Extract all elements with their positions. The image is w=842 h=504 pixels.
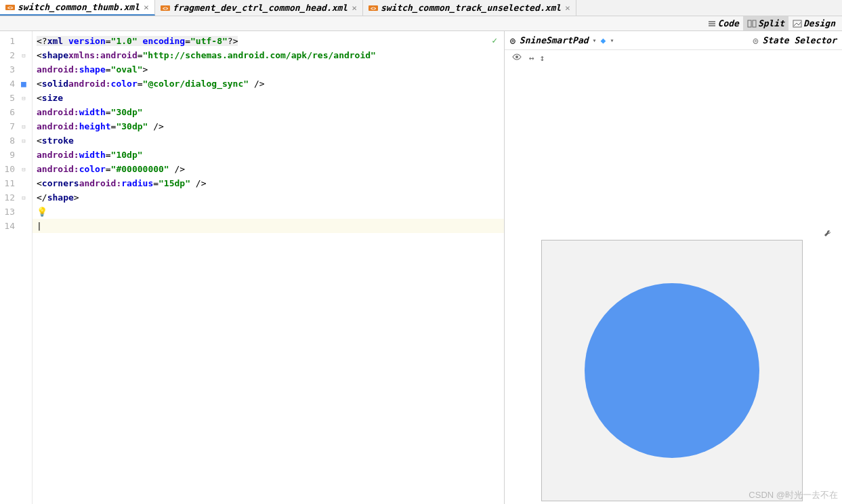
drawable-preview-shape — [585, 283, 759, 458]
xml-file-icon: <> — [369, 4, 378, 12]
line-number: 10 — [0, 164, 19, 174]
line-number: 1 — [0, 36, 19, 46]
close-icon[interactable]: × — [565, 3, 570, 13]
toggle-visibility-icon[interactable] — [511, 52, 522, 64]
line-number: 4 — [0, 79, 19, 89]
chevron-down-icon[interactable]: ▾ — [593, 37, 597, 44]
fold-icon[interactable]: ⊟ — [19, 123, 28, 130]
line-number: 11 — [0, 178, 19, 188]
line-number: 14 — [0, 221, 19, 231]
line-number: 6 — [0, 107, 19, 117]
close-icon[interactable]: × — [144, 2, 149, 12]
svg-point-12 — [515, 56, 518, 58]
inspection-ok-icon[interactable]: ✓ — [492, 35, 497, 45]
tab-fragment-dev-ctrl[interactable]: <> fragment_dev_ctrl_common_head.xml × — [155, 0, 363, 16]
resize-horizontal-icon[interactable]: ↔ — [529, 53, 533, 63]
split-view-icon — [747, 19, 757, 28]
code-editor-pane: 1 2⊟ 3 4■ 5⊟ 6 7⊟ 8⊟ 9 10⊟ 11 12⊟ 13 14 … — [0, 31, 505, 504]
preview-header: ◎ SnineSmartPad ▾ ◆ ▾ ◎ State Selector — [505, 31, 842, 50]
fold-icon[interactable]: ⊟ — [19, 166, 28, 173]
device-selector[interactable]: SnineSmartPad — [520, 35, 589, 45]
xml-file-icon: <> — [161, 4, 170, 12]
tab-switch-common-thumb[interactable]: <> switch_common_thumb.xml × — [0, 0, 155, 16]
code-editor[interactable]: ✓ <?xml version="1.0" encoding="utf-8"?>… — [33, 31, 504, 504]
chevron-down-icon[interactable]: ▾ — [610, 37, 614, 44]
svg-rect-9 — [748, 20, 751, 27]
fold-icon[interactable]: ⊟ — [19, 95, 28, 102]
view-mode-design[interactable]: Design — [788, 16, 839, 30]
line-number: 3 — [0, 64, 19, 75]
layout-preview-pane: ◎ SnineSmartPad ▾ ◆ ▾ ◎ State Selector ↔… — [505, 31, 842, 504]
tab-label: switch_common_track_unselected.xml — [381, 3, 561, 13]
line-number: 7 — [0, 121, 19, 131]
svg-text:<>: <> — [163, 6, 168, 11]
editor-tabs: <> switch_common_thumb.xml × <> fragment… — [0, 0, 842, 16]
line-number: 2 — [0, 50, 19, 60]
tab-label: switch_common_thumb.xml — [18, 2, 140, 12]
tab-switch-common-track[interactable]: <> switch_common_track_unselected.xml × — [363, 0, 576, 16]
tab-label: fragment_dev_ctrl_common_head.xml — [173, 3, 348, 13]
fold-icon[interactable]: ⊟ — [19, 194, 28, 201]
close-icon[interactable]: × — [352, 3, 357, 13]
layout-view-switch: Code Split Design — [0, 16, 842, 31]
svg-text:<>: <> — [371, 6, 376, 11]
line-number: 13 — [0, 207, 19, 217]
resize-vertical-icon[interactable]: ↕ — [540, 53, 545, 63]
layers-icon[interactable]: ◆ — [601, 35, 606, 45]
svg-text:<>: <> — [7, 5, 13, 10]
view-mode-label: Split — [758, 18, 784, 28]
design-view-icon — [793, 19, 802, 28]
main-split: 1 2⊟ 3 4■ 5⊟ 6 7⊟ 8⊟ 9 10⊟ 11 12⊟ 13 14 … — [0, 31, 842, 504]
view-mode-split[interactable]: Split — [743, 16, 788, 30]
device-frame — [541, 240, 803, 501]
wrench-icon[interactable] — [823, 229, 833, 240]
svg-rect-10 — [753, 20, 756, 27]
preview-canvas[interactable] — [505, 65, 842, 504]
caret: | — [37, 221, 42, 231]
target-device-icon: ◎ — [510, 35, 515, 45]
state-target-icon: ◎ — [753, 35, 759, 45]
gutter-color-marker[interactable]: ■ — [19, 79, 28, 89]
view-mode-label: Code — [718, 18, 739, 28]
preview-toolbar: ↔ ↕ — [505, 50, 842, 65]
editor-gutter: 1 2⊟ 3 4■ 5⊟ 6 7⊟ 8⊟ 9 10⊟ 11 12⊟ 13 14 — [0, 31, 33, 504]
fold-icon[interactable]: ⊟ — [19, 138, 28, 144]
view-mode-code[interactable]: Code — [703, 16, 743, 30]
line-number: 9 — [0, 150, 19, 160]
line-number: 8 — [0, 135, 19, 146]
view-mode-label: Design — [803, 18, 835, 28]
fold-icon[interactable]: ⊟ — [19, 52, 28, 59]
code-view-icon — [707, 19, 717, 28]
intention-bulb-icon[interactable]: 💡 — [37, 207, 47, 217]
state-selector[interactable]: State Selector — [762, 35, 837, 45]
line-number: 5 — [0, 93, 19, 103]
xml-file-icon: <> — [5, 3, 15, 12]
line-number: 12 — [0, 192, 19, 203]
